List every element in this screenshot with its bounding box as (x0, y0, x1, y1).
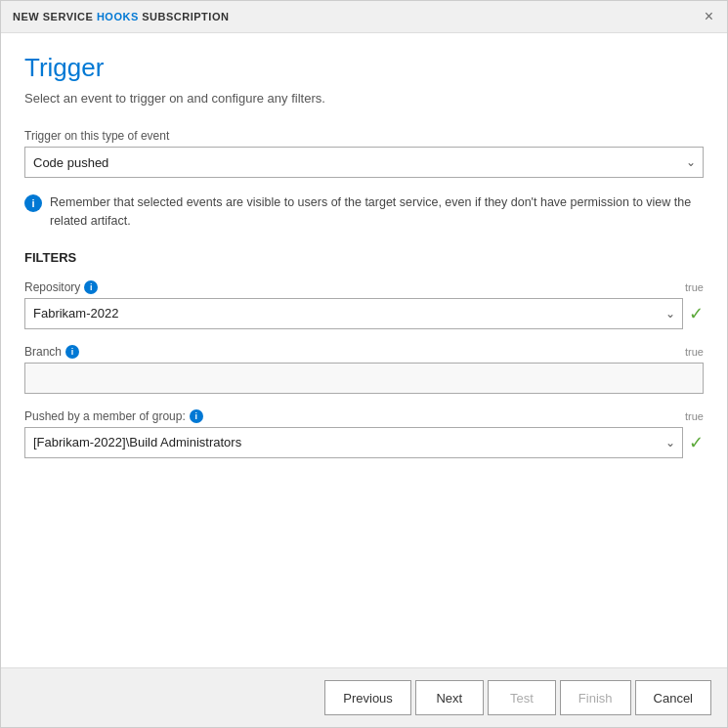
info-text: Remember that selected events are visibl… (50, 193, 704, 231)
group-label-row: Pushed by a member of group: i true (24, 409, 704, 423)
cancel-button[interactable]: Cancel (635, 680, 711, 715)
repository-select[interactable]: Fabrikam-2022 Fabrikam-2021 Fabrikam-202… (24, 298, 683, 329)
next-button[interactable]: Next (415, 680, 484, 715)
branch-info-icon[interactable]: i (65, 345, 79, 359)
filters-heading: FILTERS (24, 250, 704, 265)
branch-label: Branch (24, 345, 62, 359)
branch-optional: true (685, 346, 704, 358)
title-new: NEW SERVICE (13, 11, 97, 22)
page-subtitle: Select an event to trigger on and config… (24, 91, 704, 106)
dialog-title: NEW SERVICE HOOKS SUBSCRIPTION (13, 11, 229, 22)
title-hooks: HOOKS (97, 11, 139, 22)
group-select-row: [Fabrikam-2022]\Build Administrators [Fa… (24, 427, 704, 458)
branch-label-row: Branch i true (24, 345, 704, 359)
info-icon: i (24, 194, 42, 212)
group-select-wrapper: [Fabrikam-2022]\Build Administrators [Fa… (24, 427, 683, 458)
test-button[interactable]: Test (488, 680, 556, 715)
repository-info-icon[interactable]: i (84, 280, 98, 294)
filters-section: FILTERS Repository i true Fabrikam-2022 … (24, 250, 704, 458)
dialog-content: Trigger Select an event to trigger on an… (1, 33, 727, 667)
event-select[interactable]: Code pushed Code checked in Build comple… (24, 147, 704, 178)
repository-checkmark: ✓ (689, 303, 704, 324)
event-dropdown-section: Trigger on this type of event Code pushe… (24, 129, 704, 178)
event-select-wrapper: Code pushed Code checked in Build comple… (24, 147, 704, 178)
repository-label: Repository (24, 280, 80, 294)
title-sub: SUBSCRIPTION (139, 11, 230, 22)
group-select[interactable]: [Fabrikam-2022]\Build Administrators [Fa… (24, 427, 683, 458)
branch-input[interactable] (24, 363, 704, 394)
group-info-icon[interactable]: i (190, 409, 203, 423)
repository-select-wrapper: Fabrikam-2022 Fabrikam-2021 Fabrikam-202… (24, 298, 683, 329)
previous-button[interactable]: Previous (324, 680, 411, 715)
branch-label-left: Branch i (24, 345, 79, 359)
group-checkmark: ✓ (689, 432, 704, 453)
dialog: NEW SERVICE HOOKS SUBSCRIPTION × Trigger… (0, 0, 728, 728)
branch-filter-group: Branch i true (24, 345, 704, 394)
group-label-left: Pushed by a member of group: i (24, 409, 203, 423)
titlebar: NEW SERVICE HOOKS SUBSCRIPTION × (1, 1, 727, 33)
close-button[interactable]: × (703, 9, 715, 24)
repository-optional: true (685, 281, 704, 293)
dialog-footer: Previous Next Test Finish Cancel (1, 667, 727, 727)
repository-label-left: Repository i (24, 280, 98, 294)
group-filter-group: Pushed by a member of group: i true [Fab… (24, 409, 704, 458)
group-optional: true (685, 410, 704, 422)
group-label: Pushed by a member of group: (24, 409, 186, 423)
info-box: i Remember that selected events are visi… (24, 193, 704, 231)
repository-filter-group: Repository i true Fabrikam-2022 Fabrikam… (24, 280, 704, 329)
repository-label-row: Repository i true (24, 280, 704, 294)
repository-select-row: Fabrikam-2022 Fabrikam-2021 Fabrikam-202… (24, 298, 704, 329)
finish-button[interactable]: Finish (560, 680, 631, 715)
page-heading: Trigger (24, 53, 704, 83)
branch-input-row (24, 363, 704, 394)
event-label: Trigger on this type of event (24, 129, 704, 143)
